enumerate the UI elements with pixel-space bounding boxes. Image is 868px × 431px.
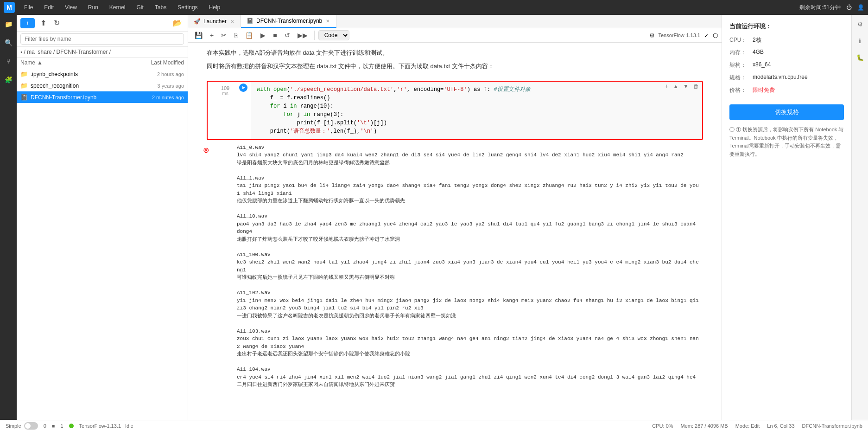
run-button[interactable]: ▶	[258, 30, 268, 40]
menu-view[interactable]: View	[63, 3, 79, 12]
move-down-button[interactable]: ▼	[682, 83, 690, 90]
menu-run[interactable]: Run	[86, 3, 100, 12]
power-icon[interactable]: ⏻	[846, 4, 852, 11]
new-file-button[interactable]: +	[20, 18, 35, 28]
simple-toggle[interactable]: Simple	[6, 422, 38, 430]
menu-kernel[interactable]: Kernel	[108, 3, 127, 12]
add-above-button[interactable]: +	[664, 83, 670, 90]
folder-icon: 📁	[20, 82, 28, 89]
app-logo: M	[4, 2, 15, 13]
code-content[interactable]: with open('./speech_recognition/data.txt…	[251, 82, 702, 139]
menu-file[interactable]: File	[22, 3, 35, 12]
right-panel-title: 当前运行环境：	[729, 22, 844, 31]
save-button[interactable]: 💾	[192, 30, 205, 40]
menu-settings[interactable]: Settings	[176, 3, 199, 12]
search-input[interactable]	[20, 33, 184, 45]
file-list: 📁 .ipynb_checkpoints 2 hours ago 📁 speec…	[17, 68, 188, 420]
cell-inner: 109 ms with open('./speech_recognition/d…	[208, 82, 702, 139]
delete-cell-button[interactable]: 🗑	[692, 83, 700, 90]
tab-close-notebook[interactable]: ✕	[325, 18, 330, 24]
spec-value: modelarts.vm.cpu.free	[753, 74, 808, 82]
status-boxes: ■	[52, 423, 55, 429]
menu-edit[interactable]: Edit	[42, 3, 56, 12]
simple-label: Simple	[6, 423, 21, 429]
mem-label: 内存：	[729, 49, 753, 57]
files-icon[interactable]: 📁	[3, 19, 14, 30]
error-circle-icon: ⊗	[203, 146, 209, 154]
col-modified-header[interactable]: Last Modified	[124, 59, 184, 66]
status-one: 1	[60, 423, 63, 429]
trust-icon[interactable]: ✓	[704, 32, 709, 39]
notebook-icon: 📓	[20, 94, 28, 101]
file-modified-active: 2 minutes ago	[124, 95, 184, 100]
info-row-spec: 规格： modelarts.vm.cpu.free	[729, 74, 844, 82]
folder-icon-btn[interactable]: 📂	[171, 18, 184, 28]
memory-status: Mem: 287 / 4096 MB	[681, 423, 728, 429]
user-icon[interactable]: 👤	[857, 4, 864, 11]
output-area: A11_0.wav lv4 shi4 yang2 chun1 yan1 jing…	[209, 144, 703, 389]
extensions-icon[interactable]: 🧩	[3, 74, 14, 85]
run-all-button[interactable]: ▶▶	[295, 30, 310, 40]
tab-notebook[interactable]: 📓 DFCNN-Transformer.ipynb ✕	[241, 15, 336, 28]
breadcrumb: ▪ / ma_share / DFCNN-Transformer /	[17, 47, 188, 58]
file-name: .ipynb_checkpoints	[31, 71, 124, 77]
file-item[interactable]: 📁 speech_recognition 3 years ago	[17, 80, 188, 91]
copy-button[interactable]: ⎘	[231, 30, 241, 40]
sort-icon: ▲	[37, 59, 43, 66]
upload-button[interactable]: ⬆	[38, 18, 48, 28]
breadcrumb-text: ▪ / ma_share / DFCNN-Transformer /	[20, 49, 111, 55]
tab-launcher[interactable]: 🚀 Launcher ✕	[188, 15, 241, 27]
cut-button[interactable]: ✂	[218, 30, 229, 40]
code-line-6: print('语音总数量：',len(f_),'\n')	[253, 127, 698, 135]
cursor-position: Ln 6, Col 33	[767, 423, 794, 429]
code-line-4: for j in range(3):	[253, 110, 698, 119]
code-cell-toolbar: + ▲ ▼ 🗑	[664, 83, 700, 90]
cell-time-label: ms	[222, 91, 228, 96]
kernel-indicator: ⚙	[649, 32, 655, 39]
tab-close-launcher[interactable]: ✕	[229, 19, 235, 25]
notebook-content: 在本实践中，选取A部分语音均放在 data 文件夹下进行训练和测试。 同时将所有…	[188, 43, 722, 420]
status-circle	[69, 424, 74, 428]
file-item-active[interactable]: 📓 DFCNN-Transformer.ipynb 2 minutes ago	[17, 91, 188, 103]
stop-button[interactable]: ■	[270, 30, 279, 40]
toggle-switch[interactable]	[24, 422, 38, 430]
switch-spec-button[interactable]: 切换规格	[729, 104, 844, 120]
menu-right: 剩余时间:51分钟 ⏻ 👤	[799, 4, 864, 12]
move-up-button[interactable]: ▲	[672, 83, 680, 90]
add-cell-button[interactable]: +	[207, 30, 216, 40]
refresh-button[interactable]: ↻	[52, 18, 62, 28]
info-row-arch: 架构： x86_64	[729, 61, 844, 69]
share-icon[interactable]: ⬡	[713, 32, 718, 39]
code-line-1: with open('./speech_recognition/data.txt…	[253, 85, 698, 94]
notebook-tab-label: DFCNN-Transformer.ipynb	[256, 18, 322, 24]
cell-type-select[interactable]: Code	[318, 30, 349, 40]
cell-exec-count: 109	[221, 85, 229, 91]
bug-icon[interactable]: 🐛	[855, 52, 866, 63]
notebook-tab-icon: 📓	[247, 18, 253, 24]
restart-button[interactable]: ↺	[282, 30, 293, 40]
file-toolbar: + ⬆ ↻ 📂	[17, 15, 188, 32]
info-row-mem: 内存： 4GB	[729, 49, 844, 57]
arch-value: x86_64	[753, 61, 771, 69]
file-modified: 3 years ago	[124, 83, 184, 89]
file-panel: + ⬆ ↻ 📂 ▪ / ma_share / DFCNN-Transformer…	[17, 15, 188, 420]
run-cell-button[interactable]	[239, 84, 247, 92]
search-icon[interactable]: 🔍	[3, 37, 14, 48]
menu-git[interactable]: Git	[135, 3, 146, 12]
tensorflow-status: TensorFlow-1.13.1 | Idle	[79, 423, 133, 429]
file-item[interactable]: 📁 .ipynb_checkpoints 2 hours ago	[17, 68, 188, 80]
info-row-cpu: CPU： 2核	[729, 36, 844, 44]
cell-prompt: 109 ms	[208, 82, 251, 139]
edit-mode: Mode: Edit	[735, 423, 760, 429]
settings-icon[interactable]: ⚙	[855, 19, 866, 30]
code-cell: + ▲ ▼ 🗑 109 ms with open	[207, 81, 703, 140]
col-name-header[interactable]: Name ▲	[20, 59, 124, 66]
menu-tabs[interactable]: Tabs	[153, 3, 168, 12]
info-icon: ⓘ	[729, 127, 735, 132]
paste-button[interactable]: 📋	[242, 30, 256, 40]
menu-help[interactable]: Help	[207, 3, 222, 12]
timer-label: 剩余时间:51分钟	[799, 4, 841, 12]
cpu-status: CPU: 0%	[652, 423, 673, 429]
info-right-icon[interactable]: ℹ	[855, 35, 866, 46]
git-icon[interactable]: ⑂	[3, 56, 14, 67]
